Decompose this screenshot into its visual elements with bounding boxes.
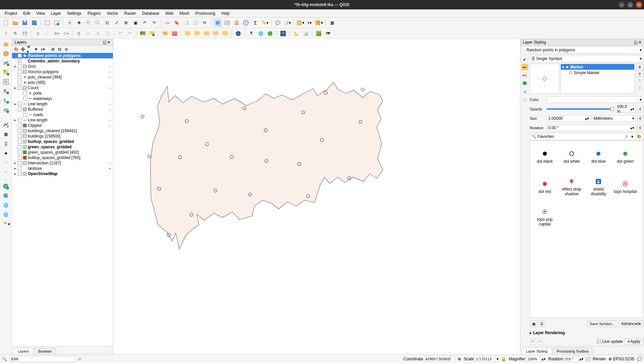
zoom-next-icon[interactable]: ↷: [150, 19, 158, 27]
new-memory-icon[interactable]: ⟋: [2, 168, 10, 176]
gallery-list-view-icon[interactable]: ☰: [538, 320, 544, 327]
layer-visibility-checkbox[interactable]: [18, 64, 22, 68]
delete-selected-icon[interactable]: 🗑: [75, 30, 83, 38]
layer-row[interactable]: buildings_cleaned [158491]: [12, 128, 113, 134]
layer-visibility-checkbox[interactable]: [18, 145, 22, 149]
layer-row[interactable]: Buffered▭: [12, 107, 113, 112]
osm-search-icon[interactable]: [315, 30, 323, 38]
layer-visibility-checkbox[interactable]: [18, 140, 22, 144]
layer-row[interactable]: ✓Random points in polygons▭: [12, 53, 113, 58]
layout-icon[interactable]: [43, 19, 51, 27]
zoom-native-icon[interactable]: ⊡: [103, 19, 111, 27]
clear-search-icon[interactable]: ⊘: [78, 357, 81, 361]
layer-row[interactable]: ▸Grid▭: [12, 64, 113, 69]
layer-visibility-checkbox[interactable]: [18, 123, 22, 127]
plugin-browser-icon[interactable]: 🌐: [257, 30, 265, 38]
georef-points-icon[interactable]: 📊: [302, 30, 310, 38]
crs-button[interactable]: ⊕ EPSG:5235: [608, 357, 634, 361]
layer-row[interactable]: green_spaces_gridded [402]: [12, 150, 113, 155]
menu-edit[interactable]: Edit: [20, 10, 33, 17]
map-tips-icon[interactable]: 💬: [274, 19, 282, 27]
layer-row[interactable]: Voronoi polygons▭: [12, 69, 113, 74]
menu-database[interactable]: Database: [139, 10, 162, 17]
symbol-gallery-item[interactable]: topo pop capital: [533, 204, 557, 231]
tab-layer-styling[interactable]: Layer Styling: [522, 348, 552, 354]
osm-tool-icon[interactable]: 🗺: [324, 30, 332, 38]
layer-row[interactable]: ▸landuse⏷: [12, 166, 113, 171]
tab-processing-toolbox[interactable]: Processing Toolbox: [553, 348, 593, 354]
georef-icon[interactable]: 📐: [292, 30, 300, 38]
save-icon[interactable]: [21, 19, 29, 27]
symbol-tree-simple-marker[interactable]: Simple Marker: [561, 70, 634, 75]
measure-icon[interactable]: 📏▾: [261, 19, 269, 27]
undock-icon[interactable]: ◱: [634, 40, 638, 45]
new-project-icon[interactable]: [2, 19, 10, 27]
layer-visibility-checkbox[interactable]: [18, 75, 22, 79]
select-features-icon[interactable]: ▾: [296, 19, 304, 27]
add-feature-icon[interactable]: ⊕: [34, 30, 42, 38]
zoom-last-icon[interactable]: ↶: [141, 19, 149, 27]
attr-table-icon[interactable]: [223, 19, 231, 27]
new-vector-icon[interactable]: [2, 121, 10, 129]
label-change-icon[interactable]: [221, 30, 229, 38]
annotation-icon[interactable]: 📝▾: [283, 19, 291, 27]
maximize-button[interactable]: ◻: [627, 2, 633, 8]
minimize-button[interactable]: —: [619, 2, 625, 8]
menu-project[interactable]: Project: [2, 10, 20, 17]
symbol-gallery-item[interactable]: dot blue: [586, 143, 610, 171]
opacity-slider[interactable]: [546, 108, 614, 110]
identify-icon[interactable]: i: [214, 19, 222, 27]
zoom-selection-icon[interactable]: ⊞: [122, 19, 130, 27]
lock-scale-icon[interactable]: 🔒: [501, 357, 506, 361]
undock-icon[interactable]: ◱: [103, 40, 107, 45]
opacity-value[interactable]: 100.0 %▴▾: [615, 106, 636, 112]
layer-row[interactable]: ✓Colombo_admin_boundary: [12, 58, 113, 64]
advanced-button[interactable]: Advanced ▾: [619, 320, 643, 327]
add-xyz-icon[interactable]: [2, 192, 10, 200]
scale-input[interactable]: [475, 356, 496, 362]
style-icon[interactable]: 🎨: [13, 47, 19, 52]
3d-tab-icon[interactable]: [521, 80, 528, 87]
favorites-combo[interactable]: 🔍 Favorites ⊘ ▾ 🎨: [530, 133, 643, 140]
zoom-out-icon[interactable]: [94, 19, 102, 27]
refresh-icon[interactable]: ⟳: [201, 19, 209, 27]
label-red-icon[interactable]: abc: [171, 30, 179, 38]
opacity-override-button[interactable]: €: [637, 106, 643, 112]
symbol-gallery-item[interactable]: shield disability: [586, 173, 610, 201]
zoom-full-icon[interactable]: ⤢: [113, 19, 121, 27]
add-raster-icon[interactable]: [2, 68, 10, 76]
symbol-gallery-item[interactable]: dot black: [533, 143, 557, 171]
size-value[interactable]: 3.00000▴▾: [546, 115, 591, 122]
python-console-icon[interactable]: [247, 30, 255, 38]
filter-legend-icon[interactable]: ▼: [34, 47, 39, 52]
menu-help[interactable]: Help: [219, 10, 233, 17]
menu-view[interactable]: View: [34, 10, 48, 17]
cut-icon[interactable]: ✂: [84, 30, 92, 38]
label-highlight-icon[interactable]: [161, 30, 169, 38]
layer-row[interactable]: waterways: [12, 96, 113, 101]
symbol-gallery-item[interactable]: topo hospital: [613, 173, 637, 201]
zoom-layer-icon[interactable]: ▣: [131, 19, 139, 27]
collapse-all-icon[interactable]: ⊟: [57, 47, 62, 52]
layer-visibility-checkbox[interactable]: [18, 166, 22, 170]
save-as-icon[interactable]: [30, 19, 38, 27]
layer-row[interactable]: green_spaces_gridded: [12, 144, 113, 150]
layer-visibility-checkbox[interactable]: [23, 97, 27, 101]
new-virtual-icon[interactable]: ⟋: [2, 158, 10, 166]
add-group-icon[interactable]: ➕: [20, 47, 25, 52]
pan-icon[interactable]: [66, 19, 74, 27]
select-by-value-icon[interactable]: ε▾: [306, 19, 314, 27]
panel-close-icon[interactable]: ✕: [638, 40, 642, 45]
new-map-view-icon[interactable]: ▭: [163, 19, 171, 27]
symbol-tree-marker[interactable]: ▾ Marker: [561, 64, 634, 70]
new-gpkg-icon[interactable]: ◈: [2, 149, 10, 157]
masks-tab-icon[interactable]: abc: [521, 72, 528, 79]
layer-row[interactable]: pois [395]: [12, 80, 113, 85]
layers-tree[interactable]: ✓Random points in polygons▭✓Colombo_admi…: [12, 53, 113, 346]
history-tab-icon[interactable]: 🕓: [521, 96, 528, 103]
labels-tab-icon[interactable]: abc: [521, 64, 528, 70]
symbol-layer-tree[interactable]: ▾ Marker Simple Marker: [561, 64, 635, 94]
save-symbol-button[interactable]: Save Symbol…: [587, 320, 618, 327]
symbol-gallery-item[interactable]: dot red: [533, 173, 557, 201]
label-show-icon[interactable]: [193, 30, 201, 38]
